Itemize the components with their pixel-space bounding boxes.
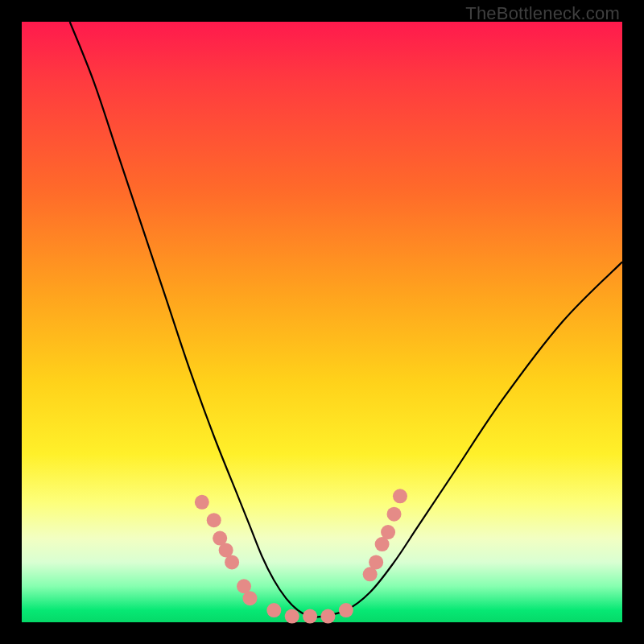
watermark-text: TheBottleneck.com <box>465 3 620 24</box>
bottom-dots-dot <box>339 603 353 617</box>
bottom-dots-dot <box>320 609 335 624</box>
bottom-dots-dot <box>285 609 299 624</box>
chart-svg <box>22 22 622 622</box>
bottleneck-curve <box>70 22 622 617</box>
right-dots-dot <box>393 489 407 503</box>
chart-frame: TheBottleneck.com <box>0 0 644 644</box>
plot-area <box>22 22 622 622</box>
left-dots-dot <box>207 513 221 527</box>
marker-layer <box>195 489 407 623</box>
bottom-dots-dot <box>266 603 281 617</box>
right-dots-dot <box>369 555 383 569</box>
right-dots-dot <box>381 525 395 539</box>
right-dots-dot <box>387 507 402 522</box>
left-dots-dot <box>195 495 209 510</box>
left-dots-dot <box>225 555 239 569</box>
left-dots-dot <box>242 591 257 605</box>
bottom-dots-dot <box>303 609 317 624</box>
